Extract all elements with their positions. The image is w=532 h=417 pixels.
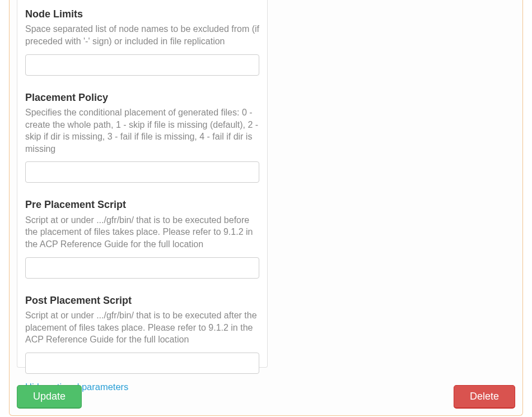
field-label: Post Placement Script: [25, 294, 259, 307]
update-button[interactable]: Update: [17, 385, 82, 409]
form-group-placement-policy: Placement Policy Specifies the condition…: [25, 91, 259, 183]
delete-button[interactable]: Delete: [454, 385, 515, 409]
form-group-pre-placement-script: Pre Placement Script Script at or under …: [25, 198, 259, 278]
field-label: Node Limits: [25, 8, 259, 21]
field-description: Specifies the conditional placement of g…: [25, 106, 259, 155]
field-description: Script at or under .../gfr/bin/ that is …: [25, 309, 259, 346]
form-group-post-placement-script: Post Placement Script Script at or under…: [25, 294, 259, 374]
post-placement-script-input[interactable]: [25, 353, 259, 374]
field-description: Script at or under .../gfr/bin/ that is …: [25, 214, 259, 251]
form-card: Node Limits Space separated list of node…: [17, 0, 268, 368]
button-row: Update Delete: [17, 385, 515, 409]
main-panel: Node Limits Space separated list of node…: [9, 0, 523, 416]
field-description: Space separated list of node names to be…: [25, 23, 259, 47]
field-label: Placement Policy: [25, 91, 259, 104]
node-limits-input[interactable]: [25, 54, 259, 76]
form-group-node-limits: Node Limits Space separated list of node…: [25, 8, 259, 76]
field-label: Pre Placement Script: [25, 198, 259, 211]
pre-placement-script-input[interactable]: [25, 257, 259, 279]
placement-policy-input[interactable]: [25, 161, 259, 183]
